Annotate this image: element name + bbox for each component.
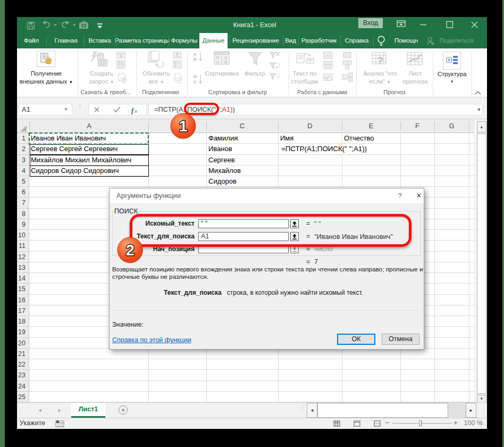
- svg-text:А: А: [193, 79, 197, 85]
- svg-text:А: А: [216, 60, 220, 65]
- svg-text:1: 1: [179, 118, 187, 135]
- svg-text:Я: Я: [193, 56, 197, 62]
- svg-text:f: f: [131, 106, 135, 114]
- svg-text:?: ?: [377, 55, 383, 66]
- svg-text:Я: Я: [224, 60, 227, 65]
- svg-text:x: x: [135, 108, 138, 114]
- svg-text:2: 2: [125, 241, 134, 258]
